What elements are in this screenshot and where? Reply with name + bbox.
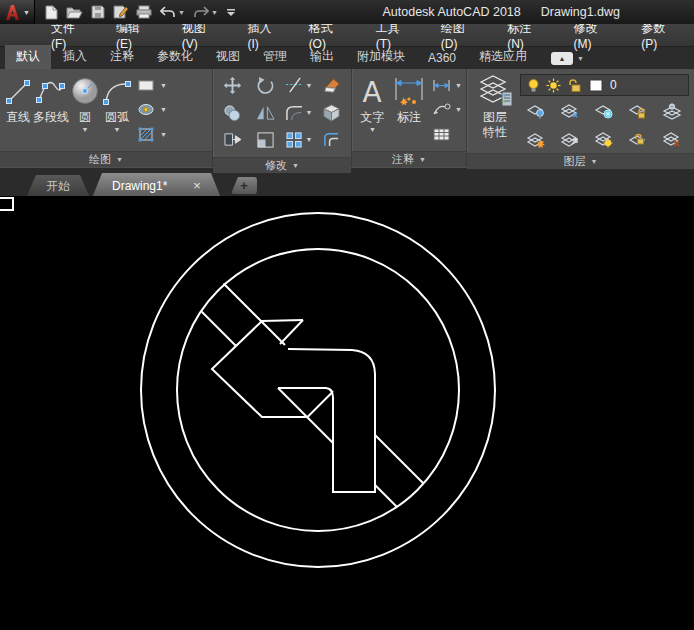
arrow-top-barb-back-edge [280,320,303,344]
customize-quick-access-button[interactable] [226,8,236,17]
menu-edit[interactable]: 编辑(E) [103,24,169,46]
copy-button[interactable] [216,99,249,126]
linear-dimension-button[interactable]: ▼ [432,79,462,92]
scale-button[interactable] [249,126,282,153]
offset-button[interactable] [315,126,348,153]
undo-button[interactable]: ▼ [160,6,185,19]
erase-button[interactable] [315,72,348,99]
menu-format[interactable]: 格式(O) [296,24,363,46]
redo-button[interactable]: ▼ [193,6,218,19]
layer-panel-tools: 图层 特性 0 [467,69,694,153]
fillet-button[interactable]: ▼ [282,99,315,126]
mirror-button[interactable] [249,99,282,126]
menu-tools[interactable]: 工具(T) [363,24,428,46]
modify-panel-title[interactable]: 修改▼ [213,157,351,173]
redo-arrow-icon [193,6,209,19]
arrow-shaft-outline [278,349,375,492]
circle-dropdown-caret-icon[interactable]: ▼ [82,125,89,134]
model-space-canvas[interactable] [0,196,694,630]
minimize-ribbon-button[interactable]: ▲ ▼ [551,52,584,69]
rotate-button[interactable] [249,72,282,99]
menu-modify[interactable]: 修改(M) [561,24,629,46]
new-drawing-tab-button[interactable]: + [231,177,257,194]
ribbon-tab-annotate[interactable]: 注释 [99,45,145,69]
open-file-button[interactable] [66,6,83,19]
menu-insert[interactable]: 插入(I) [235,24,296,46]
text-button[interactable]: A 文字 ▼ [355,71,390,151]
rectangle-icon [137,78,157,93]
layer-select-combo[interactable]: 0 [520,74,689,96]
layer-walk-button[interactable] [588,125,622,153]
ellipse-button[interactable]: ▼ [137,102,167,117]
new-file-button[interactable] [45,5,58,20]
close-tab-icon[interactable]: × [193,181,201,191]
change-to-current-layer-button[interactable] [554,125,588,153]
layer-match-button[interactable] [520,125,554,153]
layer-on-bulb-icon [528,78,539,93]
layer-match-icon [526,131,546,148]
menu-view[interactable]: 视图(V) [169,24,235,46]
menu-file[interactable]: 文件(F) [38,24,103,46]
ribbon-tab-insert[interactable]: 插入 [52,45,98,69]
layer-isolate-button[interactable] [520,97,554,125]
polyline-button[interactable]: 多段线 [33,71,69,151]
no-left-turn-sign-drawing [0,196,694,630]
menu-dimension[interactable]: 标注(N) [494,24,560,46]
trim-icon [285,77,304,94]
explode-button[interactable] [315,99,348,126]
layer-isolate-icon [526,103,546,120]
menu-draw[interactable]: 绘图(D) [428,24,494,46]
dimension-button[interactable]: 标注 [390,71,428,151]
file-tab-start[interactable]: 开始 [26,175,90,198]
rectangle-button[interactable]: ▼ [137,78,167,93]
circle-button[interactable]: 圆 ▼ [69,71,101,151]
layer-unlock-tool-button[interactable] [622,125,656,153]
annotation-panel-title[interactable]: 注释▼ [352,151,466,167]
draw-panel: 直线 多段线 圆 ▼ 圆弧 ▼ ▼ ▼ [0,69,212,167]
save-button[interactable] [91,5,105,19]
ribbon-tab-output[interactable]: 输出 [299,45,345,69]
menu-parametric[interactable]: 参数(P) [628,24,694,46]
layer-thaw-sun-icon [546,78,561,93]
array-icon [285,131,304,148]
ribbon-tab-view[interactable]: 视图 [205,45,251,69]
draw-panel-title[interactable]: 绘图▼ [0,151,212,167]
hatch-button[interactable]: ▼ [137,126,167,143]
quick-access-toolbar: ▼ ▼ [35,5,246,20]
table-button[interactable] [432,127,462,142]
line-button[interactable]: 直线 [3,71,33,151]
layer-unisolate-button[interactable] [554,97,588,125]
ribbon-tab-a360[interactable]: A360 [417,48,467,69]
arc-dropdown-caret-icon[interactable]: ▼ [114,125,121,134]
move-button[interactable] [216,72,249,99]
arrow-bottom-barb-back-edge [307,393,332,418]
layer-panel-title[interactable]: 图层▼ [467,153,694,169]
ellipse-caret-icon: ▼ [160,106,167,113]
make-current-layer-button[interactable] [656,97,690,125]
minimize-ribbon-caret-icon: ▼ [577,55,584,62]
array-button[interactable]: ▼ [282,126,315,153]
trim-button[interactable]: ▼ [282,72,315,99]
ribbon-tab-featured-apps[interactable]: 精选应用 [468,45,538,69]
leader-button[interactable]: ▼ [432,102,462,116]
layer-properties-button[interactable]: 图层 特性 [470,71,520,153]
ribbon-tab-home[interactable]: 默认 [5,45,51,69]
annotation-small-column: ▼ ▼ [428,71,464,151]
application-menu-button[interactable]: ▼ [0,0,35,24]
save-as-button[interactable] [113,5,128,19]
ribbon-tab-parametric[interactable]: 参数化 [146,45,204,69]
ribbon-tab-manage[interactable]: 管理 [252,45,298,69]
stretch-button[interactable] [216,126,249,153]
text-dropdown-caret-icon[interactable]: ▼ [369,125,376,134]
table-icon [432,127,452,142]
ribbon-tab-addins[interactable]: 附加模块 [346,45,416,69]
plot-button[interactable] [136,5,152,19]
file-tab-drawing1[interactable]: Drawing1* × [92,173,221,198]
layer-freeze-button[interactable] [588,97,622,125]
new-file-icon [45,5,58,20]
modify-panel-expand-icon: ▼ [292,162,299,169]
layer-lock-button[interactable] [622,97,656,125]
layer-off-button[interactable] [656,125,690,153]
layer-off-icon [662,131,682,148]
arc-button[interactable]: 圆弧 ▼ [101,71,133,151]
